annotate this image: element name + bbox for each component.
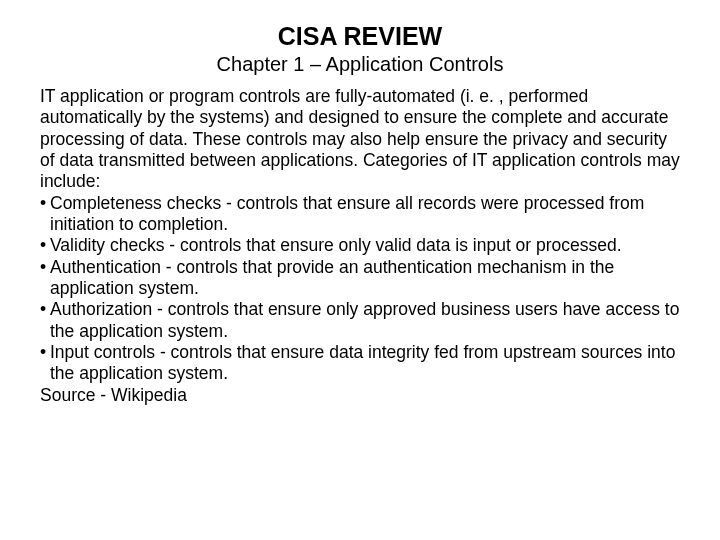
- slide-title: CISA REVIEW: [40, 22, 680, 51]
- list-item: Validity checks - controls that ensure o…: [40, 235, 680, 256]
- bullet-list: Completeness checks - controls that ensu…: [40, 193, 680, 385]
- slide-subtitle: Chapter 1 – Application Controls: [40, 53, 680, 76]
- list-item: Authentication - controls that provide a…: [40, 257, 680, 300]
- list-item: Completeness checks - controls that ensu…: [40, 193, 680, 236]
- intro-paragraph: IT application or program controls are f…: [40, 86, 680, 191]
- list-item: Authorization - controls that ensure onl…: [40, 299, 680, 342]
- list-item: Input controls - controls that ensure da…: [40, 342, 680, 385]
- source-line: Source - Wikipedia: [40, 385, 187, 405]
- body-content: IT application or program controls are f…: [40, 86, 680, 406]
